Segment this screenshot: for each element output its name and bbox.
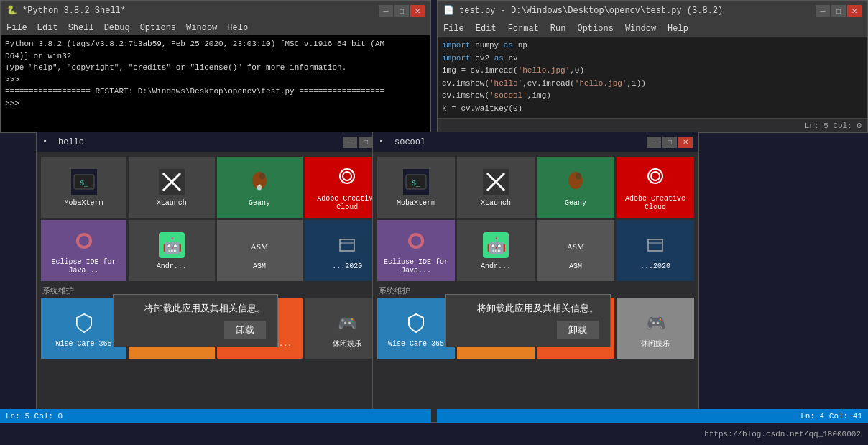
svg-text:🤖: 🤖 — [486, 236, 507, 256]
shell-controls[interactable]: ─ □ ✕ — [379, 5, 425, 17]
socool-xlaunch[interactable]: XLaunch — [457, 157, 535, 218]
shell-menubar: File Edit Shell Debug Options Window Hel… — [1, 21, 430, 35]
shell-line-1: Python 3.8.2 (tags/v3.8.2:7b3ab59, Feb 2… — [5, 38, 426, 50]
shell-status-bar: Ln: 5 Col: 0 — [0, 409, 431, 423]
editor-menu-format[interactable]: Format — [508, 24, 539, 34]
editor-menu-options[interactable]: Options — [577, 24, 613, 34]
socool-2020[interactable]: ...2020 — [617, 220, 694, 281]
leisure-label: 休闲娱乐 — [331, 340, 363, 349]
shell-icon: 🐍 — [6, 5, 18, 17]
uninstall-button-hello[interactable]: 卸载 — [224, 321, 266, 339]
editor-content[interactable]: import numpy as np import cv2 as cv img … — [438, 37, 867, 118]
editor-menu-run[interactable]: Run — [550, 24, 566, 34]
socool-mobaxterm-label: MobaXterm — [395, 199, 437, 208]
app-asm[interactable]: ASM ASM — [217, 220, 303, 281]
svg-text:🍵: 🍵 — [256, 183, 263, 191]
editor-status-bar-2: Ln: 4 Col: 41 — [437, 409, 868, 423]
socool-titlebar: ▪ socool ─ □ ✕ — [373, 132, 698, 152]
shell-line-2: D64)] on win32 — [5, 50, 426, 63]
svg-text:ASM: ASM — [251, 242, 268, 251]
app-xlaunch[interactable]: XLaunch — [129, 157, 214, 218]
geany-icon: 🍵 — [245, 168, 274, 196]
editor-maximize-button[interactable]: □ — [831, 5, 846, 17]
svg-text:🎮: 🎮 — [646, 313, 666, 334]
socool-geany[interactable]: Geany — [537, 157, 614, 218]
menu-window[interactable]: Window — [186, 23, 217, 33]
maximize-button[interactable]: □ — [394, 5, 409, 17]
editor-title: test.py - D:\Windows\Desktop\opencv\test… — [459, 6, 816, 16]
eclipse-label: Eclipse IDE for Java... — [41, 258, 126, 275]
svg-rect-52 — [642, 232, 668, 258]
app-eclipse[interactable]: Eclipse IDE for Java... — [41, 220, 126, 281]
svg-rect-20 — [334, 232, 360, 258]
app-mobaxterm[interactable]: $_ MobaXterm — [41, 157, 126, 218]
code-line-2: import cv2 as cv — [442, 52, 863, 65]
socool-close[interactable]: ✕ — [678, 137, 693, 148]
editor-minimize-button[interactable]: ─ — [816, 5, 830, 17]
editor-close-button[interactable]: ✕ — [847, 5, 862, 17]
xlaunch-label: XLaunch — [155, 199, 188, 208]
menu-options[interactable]: Options — [140, 23, 176, 33]
svg-point-47 — [411, 236, 421, 246]
socool-maximize[interactable]: □ — [662, 137, 677, 148]
close-button[interactable]: ✕ — [410, 5, 425, 17]
socool-android[interactable]: 🤖 Andr... — [457, 220, 535, 281]
code-editor-window[interactable]: 📄 test.py - D:\Windows\Desktop\opencv\te… — [437, 0, 868, 133]
taskbar-url: https://blog.csdn.net/qq_18000002 — [704, 430, 861, 439]
minimize-button[interactable]: ─ — [379, 5, 393, 17]
socool-minimize[interactable]: ─ — [647, 137, 661, 148]
socool-wisecare[interactable]: Wise Care 365 — [377, 298, 455, 359]
editor-menu-edit[interactable]: Edit — [476, 24, 497, 34]
hello-minimize[interactable]: ─ — [343, 137, 357, 148]
hello-content: $_ MobaXterm XLaunch 🍵 Geany — [37, 152, 394, 422]
wisecare-icon — [70, 308, 98, 337]
hello-titlebar: ▪ hello ─ □ ✕ — [37, 132, 394, 152]
menu-debug[interactable]: Debug — [104, 23, 130, 33]
socool-controls[interactable]: ─ □ ✕ — [647, 137, 693, 148]
editor-menu-window[interactable]: Window — [625, 24, 656, 34]
menu-help[interactable]: Help — [227, 23, 248, 33]
socool-adobe-icon — [641, 163, 670, 192]
socool-grid-row2: Eclipse IDE for Java... 🤖 Andr... ASM AS… — [377, 220, 694, 281]
uninstall-button-socool[interactable]: 卸载 — [557, 321, 599, 339]
editor-menu-file[interactable]: File — [443, 24, 464, 34]
socool-mobaxterm[interactable]: $_ MobaXterm — [377, 157, 455, 218]
svg-text:$_: $_ — [412, 178, 421, 187]
menu-shell[interactable]: Shell — [68, 23, 94, 33]
socool-leisure-icon: 🎮 — [641, 308, 670, 337]
shell-content[interactable]: Python 3.8.2 (tags/v3.8.2:7b3ab59, Feb 2… — [1, 35, 430, 132]
asm-icon: ASM — [245, 231, 274, 260]
geany-label: Geany — [247, 199, 272, 208]
menu-edit[interactable]: Edit — [37, 23, 58, 33]
shell-line-4: >>> — [5, 74, 426, 86]
uninstall-popup-socool: 将卸载此应用及其相关信息。 卸载 — [445, 294, 611, 347]
socool-asm[interactable]: ASM ASM — [537, 220, 614, 281]
app2020-icon — [333, 231, 361, 260]
app2020-label: ...2020 — [331, 262, 364, 271]
editor-menu-help[interactable]: Help — [668, 24, 688, 34]
code-line-5: cv.imshow('socool',img) — [442, 90, 863, 103]
shell-ln-col: Ln: 5 Col: 0 — [6, 412, 63, 421]
svg-point-41 — [576, 173, 581, 180]
taskbar: https://blog.csdn.net/qq_18000002 — [0, 423, 868, 445]
python-shell-window[interactable]: 🐍 *Python 3.8.2 Shell* ─ □ ✕ File Edit S… — [0, 0, 431, 133]
hello-icon: ▪ — [42, 137, 54, 148]
editor-controls[interactable]: ─ □ ✕ — [816, 5, 862, 17]
socool-adobe-cc[interactable]: Adobe Creative Cloud — [617, 157, 694, 218]
shell-titlebar: 🐍 *Python 3.8.2 Shell* ─ □ ✕ — [1, 1, 430, 21]
start-menu-hello[interactable]: ▪ hello ─ □ ✕ $_ MobaXterm XLaunch — [36, 132, 395, 423]
shell-title: *Python 3.8.2 Shell* — [22, 6, 379, 16]
socool-content: $_ MobaXterm XLaunch Geany Ado — [373, 152, 698, 422]
start-menu-socool[interactable]: ▪ socool ─ □ ✕ $_ MobaXterm XLaunch — [372, 132, 699, 423]
socool-leisure[interactable]: 🎮 休闲娱乐 — [617, 298, 694, 359]
hello-maximize[interactable]: □ — [359, 137, 373, 148]
socool-asm-label: ASM — [568, 262, 583, 271]
menu-file[interactable]: File — [6, 23, 27, 33]
app-geany[interactable]: 🍵 Geany — [217, 157, 303, 218]
socool-eclipse[interactable]: Eclipse IDE for Java... — [377, 220, 455, 281]
app-android[interactable]: 🤖 Andr... — [129, 220, 214, 281]
editor-status-bar: Ln: 5 Col: 0 — [438, 118, 867, 132]
editor-ln-col: Ln: 5 Col: 0 — [805, 121, 862, 130]
leisure-icon: 🎮 — [333, 308, 361, 337]
uninstall-popup-hello: 将卸载此应用及其相关信息。 卸载 — [113, 294, 278, 347]
